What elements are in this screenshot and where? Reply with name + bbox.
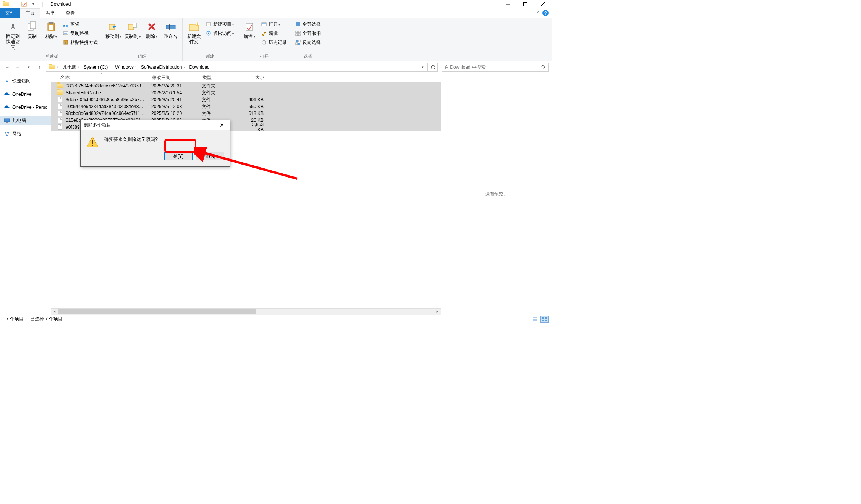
pc-icon [4,118,10,124]
column-header-date[interactable]: 修改日期 [149,74,199,81]
table-row[interactable]: 10c5444e6b234dad38c32c438ee4864595f9...2… [51,103,441,110]
qat-separator: | [11,0,19,8]
svg-rect-54 [545,320,547,321]
delete-button[interactable]: 删除 [142,20,161,40]
nav-this-pc[interactable]: 此电脑 [0,116,51,125]
file-list[interactable]: 089e07504cbb3dccc7e612a49c1378d92025/3/4… [51,82,441,308]
column-header-size[interactable]: 大小 [240,74,267,81]
back-button[interactable]: ← [3,63,11,71]
select-none-button[interactable]: 全部取消 [293,29,322,37]
help-icon[interactable]: ? [542,10,549,16]
table-row[interactable]: 3db57f06cb92c066c8ac58a95ec2b729f9238...… [51,96,441,103]
svg-rect-37 [296,40,298,42]
search-icon[interactable] [539,65,548,70]
preview-pane: 没有预览。 [441,73,552,315]
breadcrumb-root-icon[interactable]: › [47,63,60,71]
paste-icon [45,21,57,33]
view-large-icons-button[interactable] [540,316,549,323]
horizontal-scrollbar[interactable]: ◄ ► [51,308,441,315]
search-input[interactable] [442,65,539,70]
move-to-button[interactable]: 移动到 [104,20,123,40]
paste-shortcut-button[interactable]: 粘贴快捷方式 [61,38,99,47]
nav-onedrive-personal[interactable]: OneDrive - Persona [0,103,51,112]
dialog-no-button[interactable]: 否(N) [196,152,224,160]
invert-selection-icon [295,39,301,45]
copy-path-button[interactable]: 复制路径 [61,29,99,37]
forward-button[interactable]: → [14,63,22,71]
tab-view[interactable]: 查看 [60,8,80,18]
content-pane: ⌃ 名称 修改日期 类型 大小 089e07504cbb3dccc7e612a4… [51,73,441,315]
ribbon-group-open: 属性 打开 编辑 历史记录 打开 [238,18,291,61]
tab-share[interactable]: 共享 [40,8,60,18]
paste-button[interactable]: 粘贴 [42,20,60,40]
file-date: 2025/3/6 10:20 [148,111,199,116]
table-row[interactable]: SharedFileCache2025/2/16 1:54文件夹 [51,89,441,96]
svg-rect-32 [298,24,300,26]
file-icon [57,103,63,110]
address-bar[interactable]: › 此电脑› System (C:)› Windows› SoftwareDis… [46,63,428,72]
copy-button[interactable]: 复制 [23,20,41,40]
scroll-right-button[interactable]: ► [434,309,441,315]
maximize-button[interactable] [516,0,534,8]
invert-selection-button[interactable]: 反向选择 [293,38,322,47]
ribbon-group-organize: 移动到 复制到 删除 重命名 组织 [102,18,183,61]
column-header-name[interactable]: 名称 [57,74,149,81]
select-all-button[interactable]: 全部选择 [293,20,322,28]
history-button[interactable]: 历史记录 [259,38,288,47]
file-size: 406 KB [239,97,267,102]
tab-file[interactable]: 文件 [0,8,20,18]
nav-onedrive[interactable]: OneDrive [0,90,51,99]
dialog-yes-button[interactable]: 是(Y) [164,152,193,160]
edit-button[interactable]: 编辑 [259,29,288,37]
file-size: 618 KB [239,111,267,116]
rename-button[interactable]: 重命名 [162,20,180,40]
qat-properties-icon[interactable] [20,0,28,8]
tab-home[interactable]: 主页 [20,8,40,18]
breadcrumb-windows[interactable]: Windows› [113,63,139,71]
file-icon [57,124,63,130]
new-item-icon: ✦ [206,21,212,27]
recent-locations-button[interactable]: ▾ [24,63,33,71]
edit-icon [261,30,267,36]
scroll-left-button[interactable]: ◄ [51,309,58,315]
properties-button[interactable]: 属性 [240,20,259,40]
svg-rect-34 [298,31,300,33]
nav-network[interactable]: 网络 [0,129,51,139]
dialog-title: 删除多个项目 [84,122,111,128]
table-row[interactable]: 089e07504cbb3dccc7e612a49c1378d92025/3/4… [51,82,441,89]
refresh-button[interactable] [428,63,438,72]
new-folder-button[interactable]: ✦ 新建文件夹 [185,20,203,45]
easy-access-button[interactable]: 轻松访问 [204,29,235,37]
scroll-thumb[interactable] [58,309,256,314]
breadcrumb-drive[interactable]: System (C:)› [81,63,113,71]
properties-icon [243,21,256,33]
open-button[interactable]: 打开 [259,20,288,28]
table-row[interactable]: 98cbb8d6ad802a74da06c964ec7f116f2b88...2… [51,110,441,117]
cut-button[interactable]: 剪切 [61,20,99,28]
copy-to-button[interactable]: 复制到 [123,20,142,40]
dialog-close-button[interactable]: ✕ [217,122,227,128]
column-header-type[interactable]: 类型 [199,74,240,81]
svg-rect-15 [133,23,137,27]
svg-line-42 [544,68,546,69]
dialog-titlebar[interactable]: 删除多个项目 ✕ [81,120,230,130]
nav-quick-access[interactable]: ★快速访问 [0,76,51,86]
breadcrumb-thispc[interactable]: 此电脑› [60,63,81,71]
scroll-track[interactable] [58,309,434,315]
file-date: 2025/2/16 1:54 [148,90,199,95]
up-button[interactable]: ↑ [35,63,44,71]
ribbon-collapse-icon[interactable]: ^ [537,10,539,16]
svg-point-25 [208,33,209,34]
new-item-button[interactable]: ✦新建项目 [204,20,235,28]
breadcrumb-softwaredistribution[interactable]: SoftwareDistribution› [139,63,187,71]
pin-to-quick-access-button[interactable]: 固定到快速访问 [4,20,22,51]
view-details-button[interactable] [531,316,539,323]
breadcrumb-download[interactable]: Download [187,63,212,71]
file-size: 550 KB [239,104,267,109]
qat-dropdown-icon[interactable]: ▾ [29,0,37,8]
close-button[interactable] [534,0,552,8]
search-box[interactable] [442,63,549,72]
svg-text:✦: ✦ [207,23,210,26]
minimize-button[interactable] [499,0,516,8]
address-dropdown-icon[interactable]: ▾ [418,65,427,69]
